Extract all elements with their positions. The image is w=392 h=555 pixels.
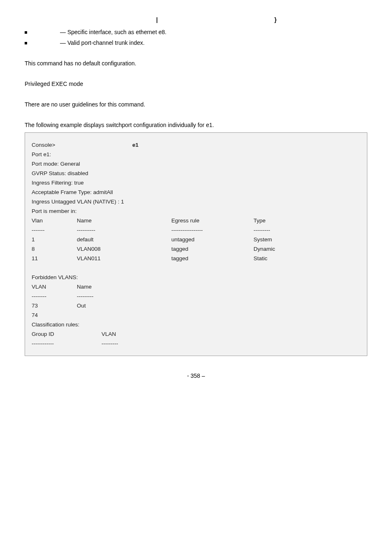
cell xyxy=(77,312,159,318)
col-vlan: VLAN xyxy=(32,284,77,290)
table-row: 11 VLAN011 tagged Static xyxy=(32,255,360,261)
col-name: Name xyxy=(77,217,171,224)
forbidden-header-row: VLAN Name xyxy=(32,284,360,290)
bullet-text: — Specific interface, such as ethernet e… xyxy=(60,29,166,35)
col-vlan: Vlan xyxy=(32,217,77,224)
syntax-fragment: | } xyxy=(25,16,367,23)
cell: Dynamic xyxy=(254,246,311,252)
cell: Static xyxy=(254,255,311,261)
bullet-item: — Valid port-channel trunk index. xyxy=(25,39,367,46)
cell: tagged xyxy=(171,246,254,252)
forbidden-row: 74 xyxy=(32,312,360,318)
output-line: Acceptable Frame Type: admitAll xyxy=(32,189,360,195)
console-prompt: Console> xyxy=(32,142,55,148)
blank-line xyxy=(32,265,360,271)
table-row: 1 default untagged System xyxy=(32,236,360,243)
cell: 11 xyxy=(32,255,77,261)
forbidden-title: Forbidden VLANS: xyxy=(32,274,360,280)
output-line: Ingress Filtering: true xyxy=(32,180,360,186)
classification-sep-row: ------------ --------- xyxy=(32,340,360,347)
forbidden-sep-row: -------- --------- xyxy=(32,293,360,299)
sep: ---------- xyxy=(77,227,171,233)
cell: default xyxy=(77,236,171,243)
cell: 74 xyxy=(32,312,77,318)
output-line: Port e1: xyxy=(32,151,360,157)
col-type: Type xyxy=(254,217,311,224)
sep: ----------------- xyxy=(171,227,254,233)
output-line: Port mode: General xyxy=(32,161,360,167)
default-config-text: This command has no default configuratio… xyxy=(25,60,367,67)
guidelines-text: There are no user guidelines for this co… xyxy=(25,101,367,108)
cell: VLAN011 xyxy=(77,255,171,261)
classification-header-row: Group ID VLAN xyxy=(32,331,360,337)
classification-title: Classification rules: xyxy=(32,321,360,328)
output-line: Port is member in: xyxy=(32,208,360,214)
bullet-item: — Specific interface, such as ethernet e… xyxy=(25,29,367,35)
example-section: The following example displays switchpor… xyxy=(25,122,367,356)
default-config-section: This command has no default configuratio… xyxy=(25,60,367,67)
col-vlan: VLAN xyxy=(101,331,163,337)
cell: Out xyxy=(77,303,159,309)
sep: ------- xyxy=(32,227,77,233)
command-mode-section: Privileged EXEC mode xyxy=(25,81,367,87)
console-cmd-arg: e1 xyxy=(132,142,138,148)
sep: -------- xyxy=(32,293,77,299)
page-number: - 358 – xyxy=(25,372,367,379)
sep: ------------ xyxy=(32,340,101,347)
sep: --------- xyxy=(254,227,311,233)
col-group: Group ID xyxy=(32,331,101,337)
guidelines-section: There are no user guidelines for this co… xyxy=(25,101,367,108)
output-line: GVRP Status: disabled xyxy=(32,170,360,176)
example-intro: The following example displays switchpor… xyxy=(25,122,367,128)
table-sep-row: ------- ---------- ----------------- ---… xyxy=(32,227,360,233)
cell: untagged xyxy=(171,236,254,243)
cell: VLAN008 xyxy=(77,246,171,252)
parameter-bullets: — Specific interface, such as ethernet e… xyxy=(25,29,367,46)
console-line: Console> e1 xyxy=(32,142,360,148)
cell: 1 xyxy=(32,236,77,243)
bullet-text: — Valid port-channel trunk index. xyxy=(60,39,145,46)
table-header-row: Vlan Name Egress rule Type xyxy=(32,217,360,224)
syntax-pipe: | xyxy=(156,16,158,23)
sep: --------- xyxy=(101,340,163,347)
forbidden-row: 73 Out xyxy=(32,303,360,309)
example-box: Console> e1 Port e1: Port mode: General … xyxy=(25,132,367,356)
bullet-icon xyxy=(25,42,27,44)
cell: 8 xyxy=(32,246,77,252)
sep: --------- xyxy=(77,293,159,299)
cell: 73 xyxy=(32,303,77,309)
col-name: Name xyxy=(77,284,159,290)
col-egress: Egress rule xyxy=(171,217,254,224)
table-row: 8 VLAN008 tagged Dynamic xyxy=(32,246,360,252)
command-mode-text: Privileged EXEC mode xyxy=(25,81,367,87)
output-line: Ingress Untagged VLAN (NATIVE) : 1 xyxy=(32,199,360,205)
cell: System xyxy=(254,236,311,243)
syntax-close-brace: } xyxy=(274,16,277,23)
cell: tagged xyxy=(171,255,254,261)
bullet-icon xyxy=(25,31,27,34)
